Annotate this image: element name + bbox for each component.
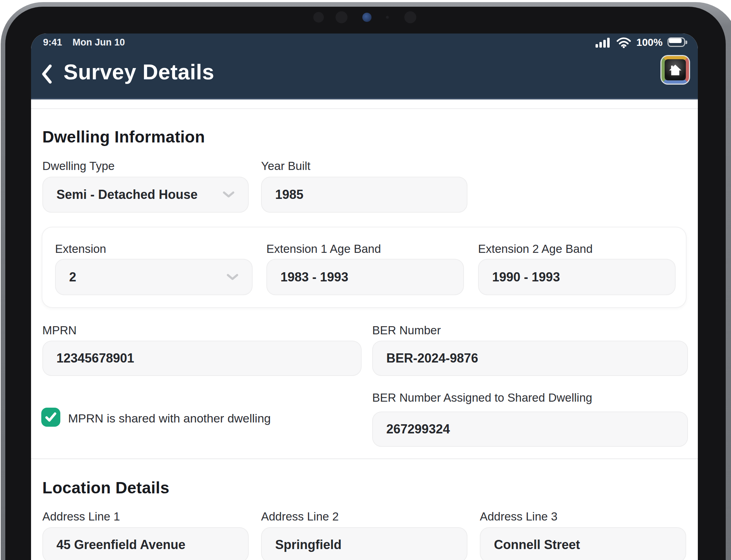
status-bar-right: 100%	[596, 36, 687, 48]
extension2-age-band-value: 1990 - 1993	[492, 270, 560, 285]
chevron-down-icon	[223, 191, 235, 198]
extension1-age-band-value: 1983 - 1993	[280, 270, 348, 285]
extension1-age-band-label: Extension 1 Age Band	[266, 242, 381, 256]
ber-shared-input[interactable]: 267299324	[372, 412, 688, 447]
dwelling-type-label: Dwelling Type	[42, 159, 115, 173]
ipad-device-screenshot: 9:41 Mon Jun 10 100%	[0, 0, 731, 560]
ber-number-input[interactable]: BER-2024-9876	[372, 341, 688, 376]
bezel-sensor-dot	[313, 12, 324, 23]
section-title-location-details: Location Details	[42, 478, 169, 497]
mprn-input[interactable]: 12345678901	[42, 341, 362, 376]
address-line-1-input[interactable]: 45 Greenfield Avenue	[42, 527, 249, 560]
front-camera	[362, 13, 371, 22]
extension2-age-band-input[interactable]: 1990 - 1993	[478, 259, 676, 295]
address-line-2-input[interactable]: Springfield	[261, 527, 467, 560]
page-title: Survey Details	[64, 60, 214, 84]
extension-select[interactable]: 2	[55, 259, 253, 295]
wifi-icon	[616, 36, 632, 48]
home-icon	[665, 60, 685, 80]
checkmark-icon	[45, 412, 57, 422]
year-built-label: Year Built	[261, 159, 310, 173]
status-date: Mon Jun 10	[73, 37, 125, 48]
mprn-label: MPRN	[42, 324, 77, 337]
app-screen: 9:41 Mon Jun 10 100%	[31, 34, 698, 560]
address-line-2-value: Springfield	[275, 537, 342, 552]
mprn-shared-checkbox[interactable]	[41, 408, 60, 427]
ber-number-label: BER Number	[372, 324, 441, 337]
status-time: 9:41	[43, 37, 62, 48]
back-button[interactable]	[42, 65, 52, 84]
ber-shared-label: BER Number Assigned to Shared Dwelling	[372, 391, 592, 404]
bezel-sensor-dot	[404, 11, 416, 23]
mprn-value: 12345678901	[56, 351, 134, 366]
extension1-age-band-input[interactable]: 1983 - 1993	[266, 259, 464, 295]
bezel-sensor-dot	[386, 16, 389, 19]
extension-label: Extension	[55, 242, 106, 256]
dwelling-type-value: Semi - Detached House	[56, 187, 198, 202]
app-logo-button[interactable]	[661, 56, 689, 84]
content-top-divider	[31, 108, 698, 109]
address-line-1-label: Address Line 1	[42, 510, 120, 523]
bezel-sensor-dot	[336, 11, 348, 23]
cellular-signal-icon	[596, 37, 611, 48]
battery-percent: 100%	[636, 37, 663, 48]
dwelling-type-select[interactable]: Semi - Detached House	[42, 177, 249, 213]
year-built-input[interactable]: 1985	[261, 177, 467, 213]
address-line-2-label: Address Line 2	[261, 510, 339, 523]
extension-value: 2	[69, 270, 76, 285]
year-built-value: 1985	[275, 187, 303, 202]
extension2-age-band-label: Extension 2 Age Band	[478, 242, 593, 256]
ber-number-value: BER-2024-9876	[386, 351, 478, 366]
section-title-dwelling-information: Dwelling Information	[42, 127, 205, 146]
address-line-3-label: Address Line 3	[480, 510, 557, 523]
address-line-3-value: Connell Street	[494, 537, 580, 552]
ber-shared-value: 267299324	[386, 422, 450, 437]
status-bar-left: 9:41 Mon Jun 10	[43, 37, 125, 48]
address-line-1-value: 45 Greenfield Avenue	[56, 537, 185, 552]
app-header: 9:41 Mon Jun 10 100%	[31, 34, 698, 99]
address-line-3-input[interactable]: Connell Street	[480, 527, 686, 560]
chevron-down-icon	[226, 274, 238, 281]
mprn-shared-checkbox-label: MPRN is shared with another dwelling	[68, 412, 271, 425]
section-divider	[31, 458, 698, 459]
battery-icon	[667, 37, 687, 48]
